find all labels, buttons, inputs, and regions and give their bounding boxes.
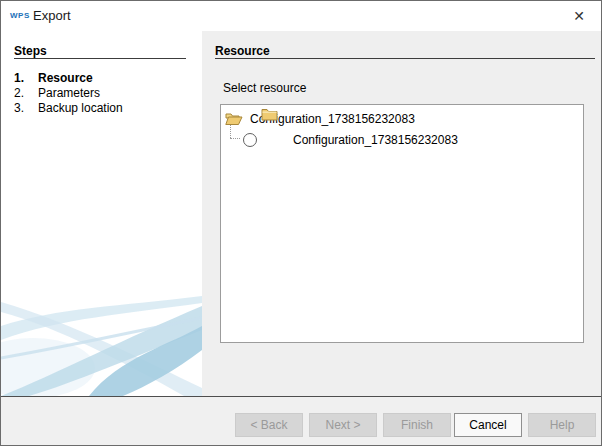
- page-title: Resource: [215, 44, 270, 58]
- steps-header-rule: [14, 58, 186, 59]
- close-icon[interactable]: ✕: [570, 7, 588, 25]
- tree-connector-line: [230, 125, 232, 138]
- steps-panel: Steps 1.Resource 2.Parameters 3.Backup l…: [1, 31, 202, 396]
- resource-tree[interactable]: Configuration_1738156232083 Configuratio…: [220, 104, 584, 343]
- tree-connector-line: [230, 138, 240, 140]
- content-header-rule: [215, 58, 595, 59]
- select-resource-label: Select resource: [223, 81, 306, 95]
- swoosh-watermark-graphic: [1, 296, 202, 396]
- help-button[interactable]: Help: [528, 413, 596, 437]
- step-label: Parameters: [38, 86, 100, 100]
- cancel-button[interactable]: Cancel: [454, 413, 522, 437]
- step-number: 2.: [14, 86, 38, 100]
- window-title: Export: [33, 1, 71, 31]
- next-button[interactable]: Next >: [309, 413, 377, 437]
- step-number: 1.: [14, 71, 38, 85]
- step-item-parameters: 2.Parameters: [14, 86, 100, 100]
- folder-open-icon: [225, 111, 243, 126]
- step-label: Resource: [38, 71, 93, 85]
- export-wizard-dialog: WPS Export ✕ Steps 1.Resource 2.Paramete…: [0, 0, 602, 446]
- step-item-backup-location: 3.Backup location: [14, 101, 123, 115]
- back-button[interactable]: < Back: [235, 413, 303, 437]
- step-item-resource: 1.Resource: [14, 71, 93, 85]
- title-bar: WPS Export ✕: [1, 1, 601, 31]
- finish-button[interactable]: Finish: [383, 413, 451, 437]
- folder-closed-icon: [261, 107, 278, 121]
- steps-header: Steps: [14, 44, 47, 58]
- tree-node-label[interactable]: Configuration_1738156232083: [293, 133, 458, 147]
- step-number: 3.: [14, 101, 38, 115]
- radio-unselected[interactable]: [243, 133, 257, 147]
- wps-logo-icon: WPS: [10, 11, 30, 20]
- step-label: Backup location: [38, 101, 123, 115]
- button-bar: < Back Next > Finish Cancel Help: [1, 397, 601, 445]
- content-panel: Resource Select resource Configuration_1…: [202, 31, 602, 396]
